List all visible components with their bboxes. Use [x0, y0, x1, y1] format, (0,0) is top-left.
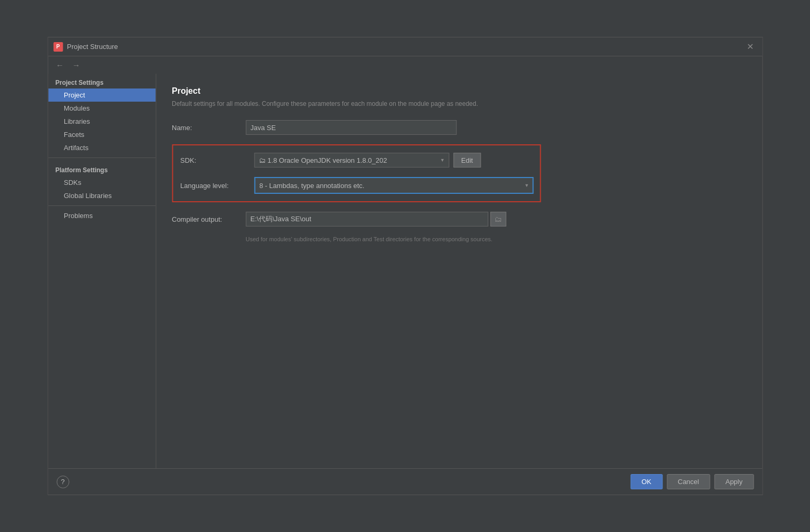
forward-button[interactable]: →	[70, 60, 83, 71]
sdk-dropdown-container: 🗂 1.8 Oracle OpenJDK version 1.8.0_202 E…	[254, 153, 481, 168]
sidebar-item-project[interactable]: Project	[48, 88, 155, 102]
compiler-output-row: Compiler output: 🗂	[172, 212, 746, 226]
sdk-label: SDK:	[180, 156, 254, 164]
edit-sdk-button[interactable]: Edit	[453, 153, 481, 168]
sidebar-item-libraries[interactable]: Libraries	[48, 115, 155, 128]
language-level-select[interactable]: 8 - Lambdas, type annotations etc. 7 - D…	[254, 177, 533, 194]
help-button[interactable]: ?	[56, 476, 69, 488]
apply-button[interactable]: Apply	[714, 474, 754, 489]
platform-settings-section-title: Platform Settings	[48, 161, 155, 176]
bottom-bar: ? OK Cancel Apply	[48, 468, 762, 495]
language-level-label: Language level:	[180, 182, 254, 190]
content-title: Project	[172, 86, 746, 96]
ok-button[interactable]: OK	[630, 474, 662, 489]
name-input[interactable]	[246, 120, 456, 135]
cancel-button[interactable]: Cancel	[667, 474, 710, 489]
sidebar-item-global-libraries[interactable]: Global Libraries	[48, 189, 155, 202]
compiler-input-wrapper: 🗂	[246, 212, 506, 226]
back-button[interactable]: ←	[53, 60, 66, 71]
sdk-row: SDK: 🗂 1.8 Oracle OpenJDK version 1.8.0_…	[180, 153, 532, 168]
project-settings-section-title: Project Settings	[48, 74, 155, 88]
sdk-select[interactable]: 🗂 1.8 Oracle OpenJDK version 1.8.0_202	[254, 153, 449, 168]
main-area: Project Settings Project Modules Librari…	[48, 74, 762, 468]
sidebar: Project Settings Project Modules Librari…	[48, 74, 156, 468]
project-structure-window: P Project Structure ✕ ← → Project Settin…	[47, 37, 763, 495]
name-label: Name:	[172, 124, 246, 132]
sdk-language-box: SDK: 🗂 1.8 Oracle OpenJDK version 1.8.0_…	[172, 144, 541, 202]
sidebar-item-problems[interactable]: Problems	[48, 209, 155, 222]
nav-row: ← →	[48, 56, 762, 74]
compiler-output-label: Compiler output:	[172, 215, 246, 223]
name-row: Name:	[172, 120, 746, 135]
title-bar: P Project Structure ✕	[48, 37, 762, 56]
compiler-output-input[interactable]	[246, 212, 488, 226]
sdk-select-wrapper: 🗂 1.8 Oracle OpenJDK version 1.8.0_202	[254, 153, 449, 168]
compiler-hint: Used for modules' subdirectories, Produc…	[246, 236, 746, 242]
language-level-row: Language level: 8 - Lambdas, type annota…	[180, 177, 532, 194]
action-buttons: OK Cancel Apply	[630, 474, 754, 489]
content-subtitle: Default settings for all modules. Config…	[172, 100, 746, 107]
browse-folder-button[interactable]: 🗂	[490, 212, 506, 226]
sidebar-item-sdks[interactable]: SDKs	[48, 176, 155, 189]
content-area: Project Default settings for all modules…	[156, 74, 762, 468]
close-button[interactable]: ✕	[744, 41, 757, 53]
sidebar-divider	[48, 157, 155, 158]
language-select-wrapper: 8 - Lambdas, type annotations etc. 7 - D…	[254, 177, 533, 194]
sidebar-item-modules[interactable]: Modules	[48, 102, 155, 115]
window-title: Project Structure	[67, 43, 744, 51]
app-icon: P	[53, 42, 63, 52]
sidebar-item-artifacts[interactable]: Artifacts	[48, 141, 155, 154]
sidebar-item-facets[interactable]: Facets	[48, 128, 155, 141]
sidebar-divider-2	[48, 205, 155, 206]
app-icon-label: P	[56, 44, 60, 50]
